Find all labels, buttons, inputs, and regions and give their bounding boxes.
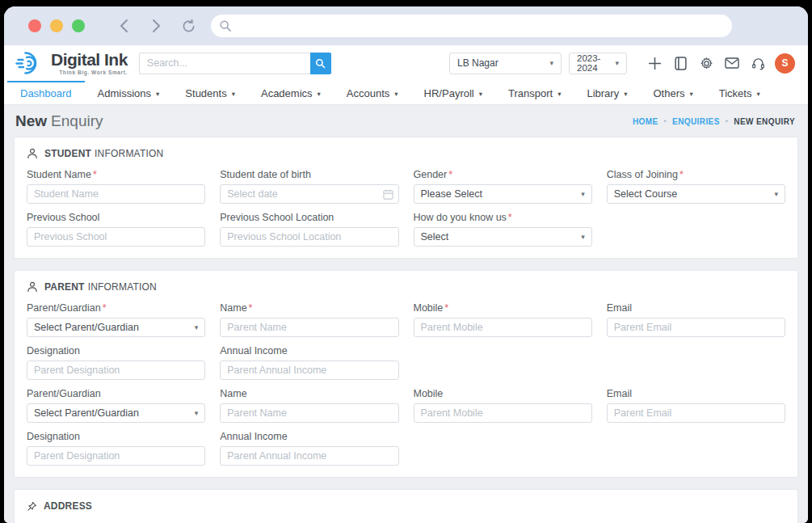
chevron-right-icon xyxy=(152,19,161,33)
plus-icon xyxy=(648,57,662,70)
main-nav: Dashboard Admissions▾ Students▾ Academic… xyxy=(4,81,808,105)
parent-email-1-input[interactable] xyxy=(607,318,785,337)
breadcrumb-home[interactable]: HOME xyxy=(633,117,658,126)
parent-annual-income-1-field: Annual Income xyxy=(220,345,398,380)
parent-mobile-1-field: Mobile* xyxy=(414,302,592,337)
close-button[interactable] xyxy=(28,19,41,32)
breadcrumb: HOME • ENQUIRIES • NEW ENQUIRY xyxy=(633,117,795,126)
chevron-down-icon: ▾ xyxy=(689,90,692,98)
page-content: NewEnquiry HOME • ENQUIRIES • NEW ENQUIR… xyxy=(4,105,808,523)
student-dob-input[interactable] xyxy=(220,184,398,204)
reload-icon xyxy=(181,19,196,34)
browser-chrome xyxy=(4,6,808,45)
page-title: NewEnquiry xyxy=(15,112,103,130)
parent-name-2-input[interactable] xyxy=(220,403,398,423)
window-controls xyxy=(28,19,85,32)
gear-icon xyxy=(700,57,713,70)
user-avatar[interactable]: S xyxy=(775,53,795,74)
chevron-down-icon: ▾ xyxy=(756,90,759,98)
mail-button[interactable] xyxy=(723,54,741,72)
url-input[interactable] xyxy=(238,15,724,37)
nav-item-library[interactable]: Library▾ xyxy=(574,81,640,104)
nav-item-others[interactable]: Others▾ xyxy=(640,81,705,104)
branch-select[interactable]: LB Nagar ▾ xyxy=(449,53,562,74)
parent-designation-1-field: Designation xyxy=(27,345,205,380)
settings-button[interactable] xyxy=(697,54,715,72)
previous-school-input[interactable] xyxy=(27,227,205,247)
address-section: ADDRESS Address Country* India▾ State* S… xyxy=(14,489,798,523)
chevron-down-icon: ▾ xyxy=(195,409,199,417)
person-icon xyxy=(27,281,38,293)
brand-tagline: Think Big. Work Smart. xyxy=(59,70,128,75)
parent-designation-2-field: Designation xyxy=(27,431,205,466)
previous-school-location-field: Previous School Location xyxy=(220,212,398,247)
nav-item-transport[interactable]: Transport▾ xyxy=(495,81,574,104)
diary-button[interactable] xyxy=(671,54,689,72)
chevron-left-icon xyxy=(120,19,128,33)
parent-mobile-1-input[interactable] xyxy=(414,318,592,337)
parent-designation-1-input[interactable] xyxy=(27,361,205,380)
parent-guardian-1-select[interactable]: Select Parent/Guardian▾ xyxy=(27,318,205,337)
pin-icon xyxy=(27,501,37,512)
previous-school-field: Previous School xyxy=(27,212,205,247)
chevron-down-icon: ▾ xyxy=(549,59,553,67)
parent-annual-income-1-input[interactable] xyxy=(220,361,398,380)
parent-mobile-2-input[interactable] xyxy=(414,403,592,423)
class-of-joining-field: Class of Joining* Select Course▾ xyxy=(607,169,785,204)
parent-designation-2-input[interactable] xyxy=(27,446,205,466)
how-know-us-select[interactable]: Select▾ xyxy=(414,227,592,247)
url-bar[interactable] xyxy=(211,15,732,37)
parent-information-header: PARENTINFORMATION xyxy=(27,281,785,293)
breadcrumb-separator: • xyxy=(726,117,729,125)
chevron-down-icon: ▾ xyxy=(195,323,199,331)
forward-button[interactable] xyxy=(148,18,164,34)
parent-annual-income-2-input[interactable] xyxy=(220,446,398,466)
search-button[interactable] xyxy=(310,53,331,74)
add-button[interactable] xyxy=(646,54,663,72)
parent-email-2-field: Email xyxy=(607,388,785,423)
gender-field: Gender* Please Select▾ xyxy=(414,169,592,204)
breadcrumb-enquiries[interactable]: ENQUIRIES xyxy=(672,117,720,126)
app-header: Digital Ink Think Big. Work Smart. LB Na… xyxy=(4,45,808,81)
support-button[interactable] xyxy=(749,54,767,72)
chevron-down-icon: ▾ xyxy=(581,233,585,241)
breadcrumb-current: NEW ENQUIRY xyxy=(734,117,795,126)
how-know-us-field: How do you know us* Select▾ xyxy=(414,212,592,247)
student-dob-field: Student date of birth xyxy=(220,169,398,204)
parent-email-2-input[interactable] xyxy=(607,403,785,423)
chevron-down-icon: ▾ xyxy=(557,90,561,98)
address-header: ADDRESS xyxy=(27,500,785,512)
reload-button[interactable] xyxy=(180,18,196,34)
nav-item-admissions[interactable]: Admissions▾ xyxy=(85,81,173,104)
nav-item-dashboard[interactable]: Dashboard xyxy=(7,81,85,104)
academic-year-select[interactable]: 2023-2024 ▾ xyxy=(569,53,627,74)
nav-item-academics[interactable]: Academics▾ xyxy=(248,81,334,104)
chevron-down-icon: ▾ xyxy=(156,90,159,98)
student-name-input[interactable] xyxy=(27,184,205,204)
nav-item-hr-payroll[interactable]: HR/Payroll▾ xyxy=(411,81,495,104)
search-input[interactable] xyxy=(139,53,310,74)
student-information-header: STUDENTINFORMATION xyxy=(27,148,785,159)
chevron-down-icon: ▾ xyxy=(394,90,398,98)
nav-item-accounts[interactable]: Accounts▾ xyxy=(334,81,411,104)
nav-item-tickets[interactable]: Tickets▾ xyxy=(706,81,773,104)
chevron-down-icon: ▾ xyxy=(581,190,585,198)
notebook-icon xyxy=(675,57,687,70)
browser-window: Digital Ink Think Big. Work Smart. LB Na… xyxy=(4,6,808,523)
parent-guardian-1-field: Parent/Guardian* Select Parent/Guardian▾ xyxy=(27,302,205,337)
minimize-button[interactable] xyxy=(50,19,63,32)
calendar-icon xyxy=(383,188,393,203)
parent-name-1-input[interactable] xyxy=(220,318,398,337)
chevron-down-icon: ▾ xyxy=(318,90,321,98)
back-button[interactable] xyxy=(116,18,132,34)
previous-school-location-input[interactable] xyxy=(220,227,398,247)
chevron-down-icon: ▾ xyxy=(615,59,619,67)
parent-guardian-2-select[interactable]: Select Parent/Guardian▾ xyxy=(27,403,205,423)
maximize-button[interactable] xyxy=(72,19,85,32)
global-search xyxy=(139,53,331,74)
branch-select-value: LB Nagar xyxy=(457,57,499,69)
gender-select[interactable]: Please Select▾ xyxy=(414,184,592,204)
brand-logo[interactable]: Digital Ink Think Big. Work Smart. xyxy=(15,49,128,78)
class-of-joining-select[interactable]: Select Course▾ xyxy=(607,184,785,204)
nav-item-students[interactable]: Students▾ xyxy=(172,81,248,104)
